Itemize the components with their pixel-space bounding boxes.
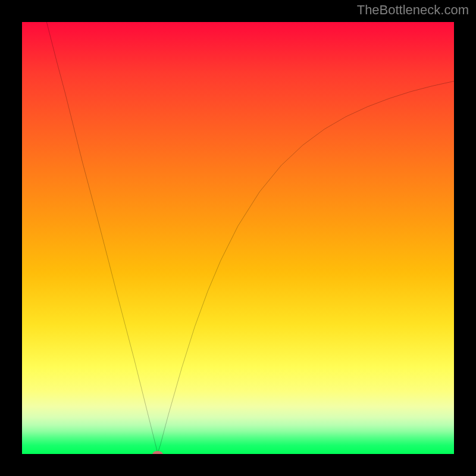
watermark-text: TheBottleneck.com	[357, 2, 469, 18]
curve-svg	[22, 22, 454, 454]
plot-area	[22, 22, 454, 454]
chart-container: TheBottleneck.com	[0, 0, 476, 476]
bottleneck-curve	[46, 22, 454, 453]
min-marker	[152, 451, 162, 454]
